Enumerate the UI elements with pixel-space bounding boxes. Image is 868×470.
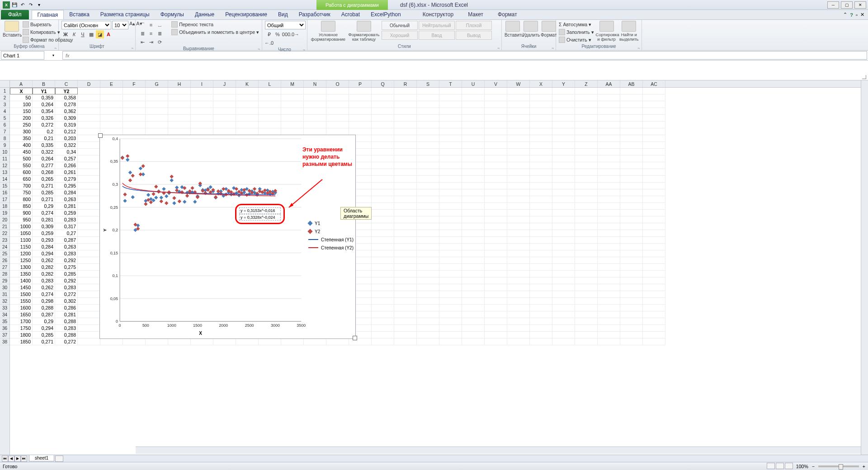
cell[interactable]: 0,319	[55, 122, 78, 128]
cell[interactable]	[530, 169, 552, 176]
cell[interactable]	[620, 176, 643, 183]
cell[interactable]	[575, 250, 598, 257]
cell[interactable]	[643, 223, 665, 230]
cell[interactable]	[552, 142, 575, 149]
sheet-nav-first-icon[interactable]: ⏮	[2, 456, 8, 462]
cell[interactable]	[462, 332, 485, 338]
tab-home[interactable]: Главная	[32, 10, 64, 19]
cell[interactable]: 0,322	[33, 149, 55, 155]
cell[interactable]	[462, 135, 485, 142]
cell[interactable]	[643, 257, 665, 264]
formula-input[interactable]	[72, 52, 867, 59]
cell[interactable]	[417, 237, 439, 244]
cell[interactable]	[78, 122, 100, 128]
column-header[interactable]: I	[191, 80, 213, 87]
cell[interactable]	[439, 338, 462, 345]
cell[interactable]	[417, 162, 439, 169]
cell[interactable]	[575, 230, 598, 237]
column-header[interactable]: H	[168, 80, 191, 87]
cell[interactable]	[100, 88, 123, 94]
cell[interactable]	[530, 128, 552, 135]
cell[interactable]	[394, 311, 417, 318]
cell[interactable]	[507, 223, 530, 230]
cell[interactable]	[259, 88, 281, 94]
cell[interactable]	[372, 122, 394, 128]
cell[interactable]	[394, 291, 417, 298]
column-header[interactable]: C	[55, 80, 78, 87]
cell[interactable]	[643, 318, 665, 325]
cell[interactable]	[620, 257, 643, 264]
cell[interactable]	[349, 101, 372, 108]
cell[interactable]: 0,282	[33, 264, 55, 271]
cell[interactable]	[620, 305, 643, 311]
cell[interactable]	[100, 115, 123, 122]
cell[interactable]: 0,326	[33, 115, 55, 122]
cell[interactable]	[507, 291, 530, 298]
cell[interactable]	[259, 101, 281, 108]
cell[interactable]	[372, 203, 394, 210]
cell[interactable]: 0,322	[55, 142, 78, 149]
cell[interactable]	[530, 155, 552, 162]
cell[interactable]	[123, 94, 146, 101]
cell[interactable]	[575, 291, 598, 298]
row-header[interactable]: 7	[0, 128, 9, 135]
cell[interactable]	[439, 291, 462, 298]
clear-button[interactable]: Очистить ▾	[559, 36, 594, 43]
cell[interactable]	[485, 203, 507, 210]
vertical-scrollbar[interactable]	[861, 80, 868, 455]
cell[interactable]	[394, 237, 417, 244]
cell[interactable]	[507, 318, 530, 325]
cell[interactable]	[213, 94, 236, 101]
cell[interactable]: 850	[10, 203, 33, 210]
cell[interactable]: 1700	[10, 318, 33, 325]
fill-color-button[interactable]: ◪	[96, 30, 104, 38]
cell[interactable]: 200	[10, 115, 33, 122]
cell[interactable]	[394, 271, 417, 277]
cell[interactable]: 0,27	[55, 230, 78, 237]
cell[interactable]	[372, 149, 394, 155]
cell[interactable]	[598, 94, 620, 101]
column-header[interactable]: AC	[643, 80, 665, 87]
cell[interactable]	[485, 257, 507, 264]
cell[interactable]	[78, 88, 100, 94]
cell[interactable]	[507, 244, 530, 250]
cell[interactable]: 1550	[10, 298, 33, 305]
cell[interactable]	[530, 176, 552, 183]
cell[interactable]	[123, 101, 146, 108]
cell[interactable]	[439, 332, 462, 338]
cell[interactable]	[462, 183, 485, 189]
cell[interactable]: 0,268	[33, 169, 55, 176]
row-header[interactable]: 12	[0, 162, 9, 169]
cell[interactable]	[394, 101, 417, 108]
cell[interactable]	[643, 162, 665, 169]
cell[interactable]: 600	[10, 169, 33, 176]
horizontal-scrollbar[interactable]	[136, 446, 861, 454]
cell[interactable]	[575, 305, 598, 311]
cell[interactable]	[349, 115, 372, 122]
cell[interactable]	[485, 230, 507, 237]
cell[interactable]	[372, 250, 394, 257]
cell[interactable]	[281, 88, 304, 94]
cell[interactable]	[372, 183, 394, 189]
cell[interactable]	[643, 210, 665, 216]
cell[interactable]	[598, 115, 620, 122]
cell[interactable]: 0,261	[55, 169, 78, 176]
tab-view[interactable]: Вид	[273, 10, 293, 19]
cell[interactable]	[552, 210, 575, 216]
cell[interactable]	[598, 169, 620, 176]
tab-format[interactable]: Формат	[491, 10, 524, 19]
cell[interactable]: 0,359	[33, 94, 55, 101]
cell[interactable]	[372, 210, 394, 216]
indent-dec-icon[interactable]: ⇤	[138, 38, 146, 46]
cell[interactable]	[507, 189, 530, 196]
cell[interactable]	[439, 183, 462, 189]
cell[interactable]	[372, 189, 394, 196]
cell[interactable]	[372, 128, 394, 135]
view-pagebreak-icon[interactable]	[785, 463, 793, 469]
cell[interactable]: 0,283	[55, 216, 78, 223]
cell[interactable]	[78, 250, 100, 257]
cell[interactable]	[394, 325, 417, 332]
cell[interactable]	[462, 162, 485, 169]
cell[interactable]	[620, 94, 643, 101]
cell[interactable]	[304, 108, 326, 115]
